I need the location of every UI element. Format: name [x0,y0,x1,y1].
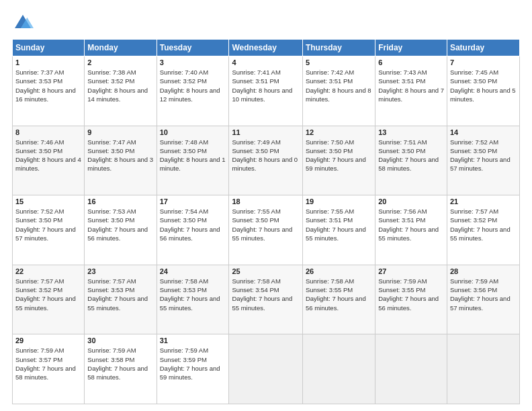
day-info: Sunrise: 7:50 AM Sunset: 3:50 PM Dayligh… [306,138,372,173]
day-info: Sunrise: 7:59 AM Sunset: 3:57 PM Dayligh… [15,346,81,381]
day-info: Sunrise: 7:49 AM Sunset: 3:50 PM Dayligh… [232,138,299,173]
day-info: Sunrise: 7:57 AM Sunset: 3:52 PM Dayligh… [450,207,517,242]
calendar-cell: 1 Sunrise: 7:37 AM Sunset: 3:53 PM Dayli… [13,56,85,126]
day-number: 3 [160,58,226,66]
day-info: Sunrise: 7:42 AM Sunset: 3:51 PM Dayligh… [306,68,372,103]
calendar-table: SundayMondayTuesdayWednesdayThursdayFrid… [12,39,520,404]
calendar-cell: 31 Sunrise: 7:59 AM Sunset: 3:59 PM Dayl… [157,334,229,404]
calendar-cell: 16 Sunrise: 7:53 AM Sunset: 3:50 PM Dayl… [85,195,157,265]
calendar-cell: 29 Sunrise: 7:59 AM Sunset: 3:57 PM Dayl… [13,334,85,404]
day-info: Sunrise: 7:55 AM Sunset: 3:50 PM Dayligh… [232,207,299,242]
day-number: 21 [450,197,517,205]
weekday-header-row: SundayMondayTuesdayWednesdayThursdayFrid… [13,40,520,56]
week-row-2: 8 Sunrise: 7:46 AM Sunset: 3:50 PM Dayli… [13,126,520,195]
calendar-cell [375,334,447,404]
calendar-cell: 13 Sunrise: 7:51 AM Sunset: 3:50 PM Dayl… [375,126,447,195]
calendar-cell: 18 Sunrise: 7:55 AM Sunset: 3:50 PM Dayl… [229,195,302,265]
day-number: 14 [450,128,517,136]
calendar-cell: 5 Sunrise: 7:42 AM Sunset: 3:51 PM Dayli… [302,56,375,126]
day-info: Sunrise: 7:58 AM Sunset: 3:53 PM Dayligh… [160,277,226,312]
calendar-cell [447,334,519,404]
day-number: 27 [378,267,444,275]
calendar-cell: 24 Sunrise: 7:58 AM Sunset: 3:53 PM Dayl… [157,265,229,334]
calendar-cell: 8 Sunrise: 7:46 AM Sunset: 3:50 PM Dayli… [13,126,85,195]
day-number: 17 [160,197,226,205]
day-number: 13 [378,128,444,136]
day-info: Sunrise: 7:53 AM Sunset: 3:50 PM Dayligh… [87,207,153,242]
calendar-cell: 30 Sunrise: 7:59 AM Sunset: 3:58 PM Dayl… [85,334,157,404]
day-info: Sunrise: 7:54 AM Sunset: 3:50 PM Dayligh… [160,207,226,242]
day-info: Sunrise: 7:56 AM Sunset: 3:51 PM Dayligh… [378,207,444,242]
calendar-cell: 4 Sunrise: 7:41 AM Sunset: 3:51 PM Dayli… [229,56,302,126]
day-info: Sunrise: 7:59 AM Sunset: 3:56 PM Dayligh… [450,277,517,312]
weekday-saturday: Saturday [447,40,519,56]
calendar-cell: 17 Sunrise: 7:54 AM Sunset: 3:50 PM Dayl… [157,195,229,265]
day-info: Sunrise: 7:47 AM Sunset: 3:50 PM Dayligh… [87,138,153,173]
day-info: Sunrise: 7:38 AM Sunset: 3:52 PM Dayligh… [87,68,153,103]
day-number: 23 [87,267,153,275]
day-number: 30 [87,336,153,345]
day-info: Sunrise: 7:40 AM Sunset: 3:52 PM Dayligh… [160,68,226,103]
week-row-1: 1 Sunrise: 7:37 AM Sunset: 3:53 PM Dayli… [13,56,520,126]
calendar-cell: 15 Sunrise: 7:52 AM Sunset: 3:50 PM Dayl… [13,195,85,265]
day-info: Sunrise: 7:58 AM Sunset: 3:54 PM Dayligh… [232,277,299,312]
weekday-monday: Monday [85,40,157,56]
calendar-cell: 14 Sunrise: 7:52 AM Sunset: 3:50 PM Dayl… [447,126,519,195]
day-info: Sunrise: 7:59 AM Sunset: 3:58 PM Dayligh… [87,346,153,381]
weekday-thursday: Thursday [302,40,375,56]
day-number: 15 [15,197,81,205]
day-number: 16 [87,197,153,205]
day-info: Sunrise: 7:58 AM Sunset: 3:55 PM Dayligh… [306,277,372,312]
day-info: Sunrise: 7:43 AM Sunset: 3:51 PM Dayligh… [378,68,444,103]
day-number: 5 [306,58,372,66]
weekday-sunday: Sunday [13,40,85,56]
logo [12,12,36,34]
week-row-5: 29 Sunrise: 7:59 AM Sunset: 3:57 PM Dayl… [13,334,520,404]
day-number: 29 [15,336,81,345]
day-number: 9 [87,128,153,136]
day-number: 25 [232,267,299,275]
day-info: Sunrise: 7:45 AM Sunset: 3:50 PM Dayligh… [450,68,517,103]
day-info: Sunrise: 7:52 AM Sunset: 3:50 PM Dayligh… [15,207,81,242]
calendar-cell [302,334,375,404]
day-number: 11 [232,128,299,136]
day-info: Sunrise: 7:55 AM Sunset: 3:51 PM Dayligh… [306,207,372,242]
week-row-4: 22 Sunrise: 7:57 AM Sunset: 3:52 PM Dayl… [13,265,520,334]
day-info: Sunrise: 7:48 AM Sunset: 3:50 PM Dayligh… [160,138,226,173]
day-number: 31 [160,336,226,345]
day-info: Sunrise: 7:57 AM Sunset: 3:52 PM Dayligh… [15,277,81,312]
page: SundayMondayTuesdayWednesdayThursdayFrid… [0,0,532,411]
day-number: 12 [306,128,372,136]
calendar-cell: 26 Sunrise: 7:58 AM Sunset: 3:55 PM Dayl… [302,265,375,334]
calendar-cell: 27 Sunrise: 7:59 AM Sunset: 3:55 PM Dayl… [375,265,447,334]
calendar-cell: 21 Sunrise: 7:57 AM Sunset: 3:52 PM Dayl… [447,195,519,265]
day-info: Sunrise: 7:51 AM Sunset: 3:50 PM Dayligh… [378,138,444,173]
calendar-cell: 6 Sunrise: 7:43 AM Sunset: 3:51 PM Dayli… [375,56,447,126]
calendar-cell: 10 Sunrise: 7:48 AM Sunset: 3:50 PM Dayl… [157,126,229,195]
calendar-cell: 28 Sunrise: 7:59 AM Sunset: 3:56 PM Dayl… [447,265,519,334]
calendar-cell: 23 Sunrise: 7:57 AM Sunset: 3:53 PM Dayl… [85,265,157,334]
day-number: 19 [306,197,372,205]
calendar-body: 1 Sunrise: 7:37 AM Sunset: 3:53 PM Dayli… [13,56,520,404]
day-info: Sunrise: 7:59 AM Sunset: 3:59 PM Dayligh… [160,346,226,381]
calendar-cell: 2 Sunrise: 7:38 AM Sunset: 3:52 PM Dayli… [85,56,157,126]
logo-icon [12,12,34,34]
calendar-cell: 11 Sunrise: 7:49 AM Sunset: 3:50 PM Dayl… [229,126,302,195]
calendar-cell: 22 Sunrise: 7:57 AM Sunset: 3:52 PM Dayl… [13,265,85,334]
day-number: 22 [15,267,81,275]
day-info: Sunrise: 7:57 AM Sunset: 3:53 PM Dayligh… [87,277,153,312]
calendar-cell: 12 Sunrise: 7:50 AM Sunset: 3:50 PM Dayl… [302,126,375,195]
weekday-friday: Friday [375,40,447,56]
day-number: 6 [378,58,444,66]
day-info: Sunrise: 7:52 AM Sunset: 3:50 PM Dayligh… [450,138,517,173]
day-number: 7 [450,58,517,66]
day-number: 24 [160,267,226,275]
day-number: 20 [378,197,444,205]
weekday-wednesday: Wednesday [229,40,302,56]
day-number: 18 [232,197,299,205]
day-info: Sunrise: 7:59 AM Sunset: 3:55 PM Dayligh… [378,277,444,312]
calendar-cell: 25 Sunrise: 7:58 AM Sunset: 3:54 PM Dayl… [229,265,302,334]
header [12,12,520,34]
day-number: 10 [160,128,226,136]
day-info: Sunrise: 7:46 AM Sunset: 3:50 PM Dayligh… [15,138,81,173]
